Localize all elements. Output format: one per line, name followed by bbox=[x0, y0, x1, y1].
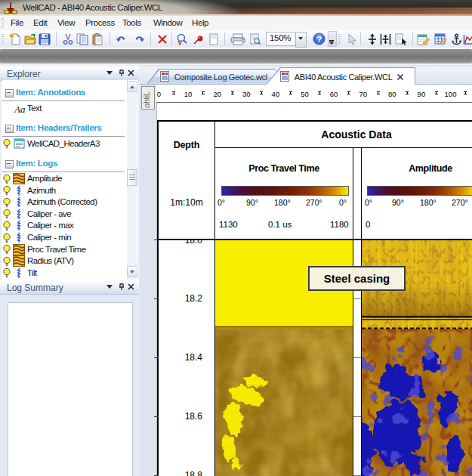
svg-text:?: ? bbox=[316, 35, 322, 44]
